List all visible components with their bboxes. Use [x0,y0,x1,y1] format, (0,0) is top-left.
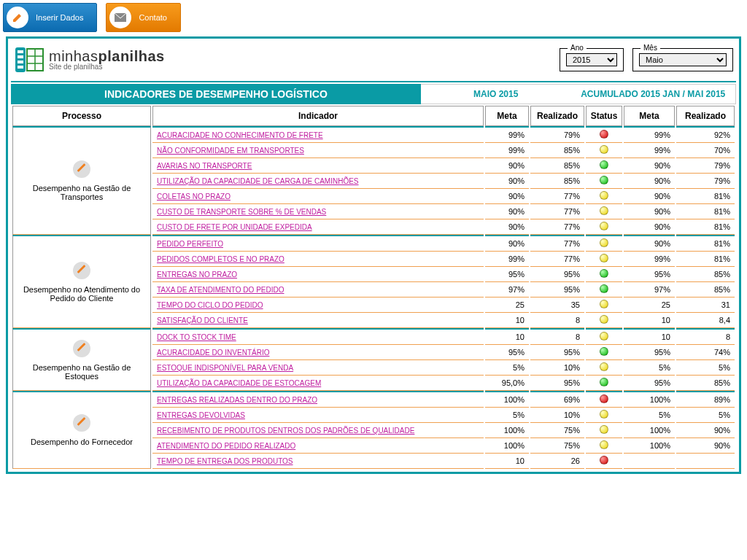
realizado-cell: 77% [530,252,584,267]
meta-acum-cell: 10 [624,328,675,345]
meta-cell: 100% [485,423,529,438]
indicator-link[interactable]: ENTREGAS DEVOLVIDAS [157,411,245,419]
month-label: Mês [640,44,660,52]
status-cell [586,267,622,282]
meta-acum-cell: 97% [624,282,675,298]
table-row: Desempenho no Atendimento do Pedido do C… [12,235,735,252]
indicator-link[interactable]: ACURACIDADE DO INVENTÁRIO [157,349,269,357]
meta-acum-cell [624,454,675,469]
meta-acum-cell: 100% [624,438,675,454]
status-dot-yellow [600,238,608,247]
meta-cell: 10 [485,454,529,469]
indicator-link[interactable]: COLETAS NO PRAZO [157,192,231,201]
indicator-link[interactable]: AVARIAS NO TRANSPORTE [157,162,252,170]
indicator-link[interactable]: TEMPO DO CICLO DO PEDIDO [157,301,263,309]
year-select[interactable]: 2015 [566,53,617,66]
meta-acum-cell: 95% [624,345,675,360]
status-dot-yellow [600,425,608,434]
col-status: Status [586,106,622,126]
status-dot-yellow [600,145,608,154]
status-cell [586,204,622,219]
col-realizado: Realizado [530,106,584,126]
process-label: Desempenho na Gestão de Estoques [33,363,131,381]
realizado-cell: 85% [530,158,584,174]
realizado-cell: 77% [530,204,584,219]
meta-cell: 90% [485,235,529,252]
indicator-cell: PEDIDO PERFEITO [152,235,484,252]
status-dot-green [600,378,608,386]
title-main: INDICADORES DE DESEMPENHO LOGÍSTICO [11,84,421,104]
indicator-link[interactable]: ENTREGAS REALIZADAS DENTRO DO PRAZO [157,396,317,404]
realizado-cell: 26 [530,454,584,469]
indicator-cell: CUSTO DE FRETE POR UNIDADE EXPEDIDA [152,219,484,235]
meta-cell: 100% [485,438,529,454]
indicator-link[interactable]: TEMPO DE ENTREGA DOS PRODUTOS [157,457,293,465]
indicator-cell: TAXA DE ATENDIMENTO DO PEDIDO [152,282,484,298]
indicator-link[interactable]: CUSTO DE FRETE POR UNIDADE EXPEDIDA [157,223,312,231]
col-meta-acum: Meta [624,106,675,126]
meta-acum-cell: 90% [624,189,675,204]
meta-cell: 5% [485,408,529,423]
process-label: Desempenho do Fornecedor [31,438,133,446]
indicator-link[interactable]: PEDIDO PERFEITO [157,240,223,248]
indicator-cell: DOCK TO STOCK TIME [152,328,484,345]
status-cell [586,143,622,158]
envelope-icon [109,7,131,28]
status-dot-green [600,284,608,293]
indicator-link[interactable]: UTILIZAÇÃO DA CAPACIDADE DE CARGA DE CAM… [157,177,359,185]
indicator-link[interactable]: ESTOQUE INDISPONÍVEL PARA VENDA [157,364,293,372]
realizado-cell: 77% [530,235,584,252]
indicator-link[interactable]: SATISFAÇÃO DO CLIENTE [157,316,248,324]
contact-button[interactable]: Contato [106,3,181,32]
indicator-link[interactable]: NÃO CONFORMIDADE EM TRANSPORTES [157,147,304,155]
indicator-link[interactable]: RECEBIMENTO DE PRODUTOS DENTROS DOS PADR… [157,427,414,435]
indicator-link[interactable]: TAXA DE ATENDIMENTO DO PEDIDO [157,286,284,294]
realizado-cell: 85% [530,143,584,158]
indicator-cell: ESTOQUE INDISPONÍVEL PARA VENDA [152,360,484,376]
realizado-acum-cell: 81% [676,189,735,204]
realizado-acum-cell: 8,4 [676,313,735,328]
realizado-cell: 35 [530,298,584,313]
realizado-acum-cell: 81% [676,252,735,267]
svg-rect-5 [18,66,23,69]
meta-acum-cell: 90% [624,235,675,252]
indicator-link[interactable]: DOCK TO STOCK TIME [157,333,236,341]
meta-acum-cell: 99% [624,143,675,158]
realizado-acum-cell: 90% [676,438,735,454]
pencil-icon [73,340,90,357]
realizado-acum-cell: 81% [676,219,735,235]
indicator-link[interactable]: PEDIDOS COMPLETOS E NO PRAZO [157,255,285,263]
meta-cell: 99% [485,143,529,158]
indicator-link[interactable]: CUSTO DE TRANSPORTE SOBRE % DE VENDAS [157,208,326,216]
indicator-link[interactable]: ACURACIDADE NO CONHECIMENTO DE FRETE [157,131,323,139]
realizado-cell: 75% [530,438,584,454]
realizado-cell: 79% [530,126,584,143]
contact-label: Contato [139,13,167,22]
realizado-acum-cell: 92% [676,126,735,143]
meta-cell: 99% [485,126,529,143]
indicator-link[interactable]: ENTREGAS NO PRAZO [157,271,237,279]
indicator-cell: ENTREGAS REALIZADAS DENTRO DO PRAZO [152,391,484,408]
realizado-acum-cell: 89% [676,391,735,408]
realizado-cell: 85% [530,174,584,189]
month-filter-box: Mês Maio [632,48,733,71]
status-dot-yellow [600,191,608,200]
meta-acum-cell: 100% [624,423,675,438]
insert-data-button[interactable]: Inserir Dados [3,3,97,32]
status-dot-green [600,160,608,169]
brand-prefix: minhas [49,48,98,64]
meta-cell: 5% [485,360,529,376]
brand-suffix: planilhas [98,48,164,64]
status-dot-yellow [600,315,608,324]
indicator-cell: NÃO CONFORMIDADE EM TRANSPORTES [152,143,484,158]
realizado-acum-cell: 70% [676,143,735,158]
month-select[interactable]: Maio [639,53,727,66]
meta-acum-cell: 5% [624,360,675,376]
indicator-link[interactable]: ATENDIMENTO DO PEDIDO REALIZADO [157,442,295,450]
status-dot-yellow [600,254,608,262]
title-cumulative: ACUMULADO 2015 JAN / MAI 2015 [570,84,736,104]
indicator-cell: TEMPO DE ENTREGA DOS PRODUTOS [152,454,484,469]
status-cell [586,252,622,267]
status-dot-yellow [600,300,608,308]
indicator-link[interactable]: UTILIZAÇÃO DA CAPACIDADE DE ESTOCAGEM [157,379,321,387]
